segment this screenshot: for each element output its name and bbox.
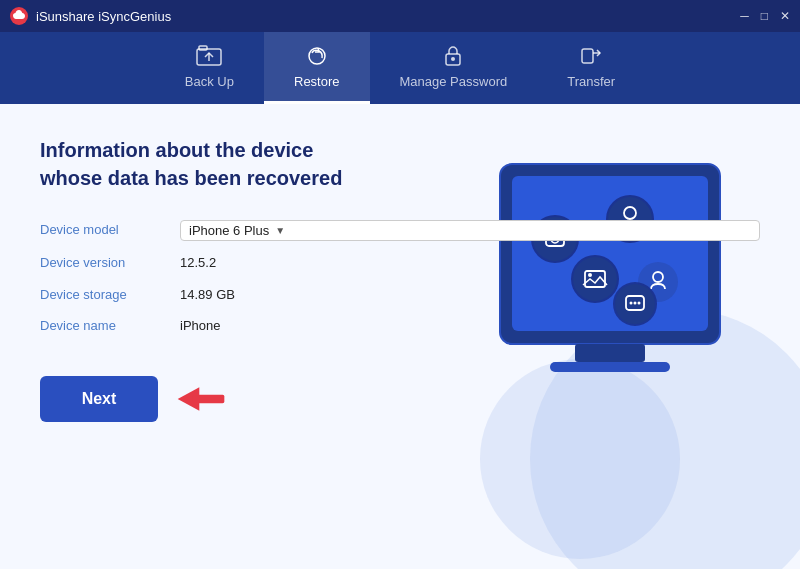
- backup-icon: [196, 45, 222, 70]
- close-button[interactable]: ✕: [780, 9, 790, 23]
- nav-item-restore[interactable]: Restore: [264, 32, 370, 104]
- device-version-label: Device version: [40, 253, 170, 273]
- device-model-select[interactable]: iPhone 6 Plus ▼: [180, 220, 760, 241]
- nav-manage-password-label: Manage Password: [400, 74, 508, 89]
- nav-transfer-label: Transfer: [567, 74, 615, 89]
- minimize-button[interactable]: ─: [740, 9, 749, 23]
- svg-rect-1: [199, 46, 207, 50]
- main-title: Information about the device whose data …: [40, 136, 360, 192]
- nav-restore-label: Restore: [294, 74, 340, 89]
- transfer-icon: [580, 45, 602, 70]
- main-content: Information about the device whose data …: [0, 104, 800, 569]
- nav-item-transfer[interactable]: Transfer: [537, 32, 645, 104]
- device-name-value: iPhone: [180, 316, 760, 336]
- next-row: Next: [40, 376, 760, 422]
- arrow-left-icon: [176, 383, 226, 415]
- info-section: Information about the device whose data …: [40, 136, 760, 422]
- svg-point-5: [451, 57, 455, 61]
- app-icon: [10, 7, 28, 25]
- device-model-value: iPhone 6 Plus: [189, 223, 269, 238]
- titlebar-left: iSunshare iSyncGenius: [10, 7, 171, 25]
- chevron-down-icon: ▼: [275, 225, 285, 236]
- restore-icon: [304, 45, 330, 70]
- device-model-label: Device model: [40, 220, 170, 241]
- next-button[interactable]: Next: [40, 376, 158, 422]
- device-name-label: Device name: [40, 316, 170, 336]
- titlebar-controls[interactable]: ─ □ ✕: [740, 9, 790, 23]
- navbar: Back Up Restore Manage Password: [0, 32, 800, 104]
- svg-rect-33: [193, 394, 225, 402]
- titlebar: iSunshare iSyncGenius ─ □ ✕: [0, 0, 800, 32]
- device-info-grid: Device model iPhone 6 Plus ▼ Device vers…: [40, 220, 760, 336]
- device-version-value: 12.5.2: [180, 253, 760, 273]
- nav-item-manage-password[interactable]: Manage Password: [370, 32, 538, 104]
- nav-item-backup[interactable]: Back Up: [155, 32, 264, 104]
- manage-password-icon: [442, 45, 464, 70]
- maximize-button[interactable]: □: [761, 9, 768, 23]
- device-storage-value: 14.89 GB: [180, 285, 760, 305]
- app-title: iSunshare iSyncGenius: [36, 9, 171, 24]
- nav-backup-label: Back Up: [185, 74, 234, 89]
- svg-rect-6: [582, 49, 593, 63]
- device-storage-label: Device storage: [40, 285, 170, 305]
